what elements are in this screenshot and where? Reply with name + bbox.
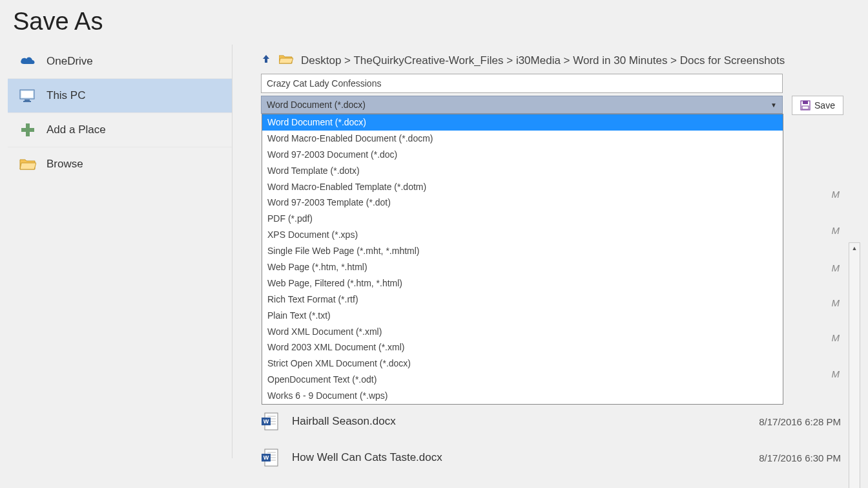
file-date-obscured: M [832,297,840,308]
breadcrumb: Desktop > TheQuirkyCreative-Work_Files >… [261,51,860,74]
up-arrow-icon[interactable] [261,54,271,67]
file-type-option[interactable]: PDF (*.pdf) [262,211,783,227]
file-type-option[interactable]: Single File Web Page (*.mht, *.mhtml) [262,243,783,259]
file-date-obscured: M [832,189,840,200]
file-row[interactable]: WHow Well Can Cats Taste.docx8/17/2016 6… [261,440,847,476]
sidebar-item-onedrive[interactable]: OneDrive [8,45,232,79]
svg-rect-7 [803,101,808,104]
file-type-option[interactable]: Word Macro-Enabled Document (*.docm) [262,131,783,147]
file-type-option[interactable]: Word 97-2003 Template (*.dot) [262,195,783,211]
svg-rect-2 [25,100,30,101]
svg-rect-8 [802,106,809,109]
word-document-icon: W [261,448,280,467]
file-type-option[interactable]: Strict Open XML Document (*.docx) [262,355,783,372]
scroll-up-arrow-icon[interactable]: ▲ [849,243,860,253]
sidebar-item-browse[interactable]: Browse [8,147,232,181]
svg-rect-5 [21,128,34,132]
page-title: Save As [0,0,868,38]
file-date-obscured: M [832,225,840,236]
this-pc-icon [18,87,37,105]
sidebar-item-add-a-place[interactable]: Add a Place [8,113,232,147]
add-place-icon [18,121,37,139]
breadcrumb-path[interactable]: Desktop > TheQuirkyCreative-Work_Files >… [301,54,785,67]
file-type-option[interactable]: Web Page, Filtered (*.htm, *.html) [262,275,783,292]
file-date-obscured: M [832,262,840,273]
file-type-option[interactable]: Web Page (*.htm, *.html) [262,259,783,275]
scrollbar[interactable]: ▲ ▼ [849,242,860,488]
sidebar-item-this-pc[interactable]: This PC [8,79,232,113]
file-type-option[interactable]: Rich Text Format (*.rtf) [262,292,783,308]
chevron-down-icon: ▼ [770,101,777,109]
sidebar-item-label: Browse [46,158,83,171]
file-type-option[interactable]: OpenDocument Text (*.odt) [262,372,783,388]
onedrive-icon [18,52,37,70]
save-icon [800,100,811,111]
open-folder-icon[interactable] [279,54,293,67]
file-type-option[interactable]: Plain Text (*.txt) [262,308,783,324]
svg-rect-1 [21,91,33,98]
file-type-option[interactable]: Word 2003 XML Document (*.xml) [262,339,783,355]
filename-input[interactable] [261,74,783,93]
file-type-option[interactable]: Word 97-2003 Document (*.doc) [262,147,783,163]
save-button[interactable]: Save [792,96,843,115]
sidebar-item-label: Add a Place [46,123,106,136]
sidebar-item-label: This PC [46,89,85,102]
file-type-option[interactable]: Word XML Document (*.xml) [262,324,783,340]
file-type-dropdown: Word Document (*.docx)Word Macro-Enabled… [262,114,783,405]
file-name: How Well Can Cats Taste.docx [292,451,713,464]
file-modified-date: 8/17/2016 6:28 PM [725,416,841,427]
file-type-option[interactable]: XPS Document (*.xps) [262,227,783,243]
file-type-option[interactable]: Word Document (*.docx) [262,114,783,131]
save-locations-sidebar: OneDriveThis PCAdd a PlaceBrowse [0,45,232,458]
browse-folder-icon [18,155,37,173]
file-date-obscured: M [832,332,840,343]
svg-text:W: W [264,418,269,425]
file-modified-date: 8/17/2016 6:30 PM [725,452,841,463]
file-type-option[interactable]: Word Macro-Enabled Template (*.dotm) [262,179,783,195]
file-date-obscured: M [832,368,840,379]
file-type-select[interactable]: Word Document (*.docx) ▼ Word Document (… [261,96,783,114]
svg-text:W: W [264,454,269,461]
file-list: WHairball Season.docx8/17/2016 6:28 PMWH… [261,403,847,476]
file-type-option[interactable]: Works 6 - 9 Document (*.wps) [262,388,783,404]
file-row[interactable]: WHairball Season.docx8/17/2016 6:28 PM [261,403,847,440]
file-type-option[interactable]: Word Template (*.dotx) [262,163,783,179]
svg-rect-3 [23,101,31,102]
main-panel: Desktop > TheQuirkyCreative-Work_Files >… [232,45,868,458]
file-name: Hairball Season.docx [292,415,713,428]
file-type-selected-label: Word Document (*.docx) [267,100,366,110]
word-document-icon: W [261,412,280,431]
sidebar-item-label: OneDrive [46,55,93,68]
save-button-label: Save [814,100,835,111]
